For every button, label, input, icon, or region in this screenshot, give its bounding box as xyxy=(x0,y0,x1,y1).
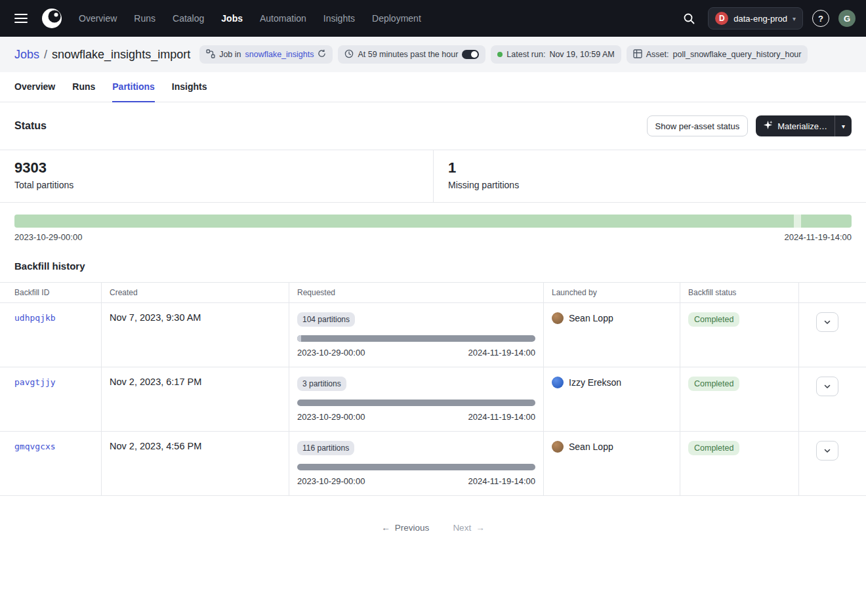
next-label: Next xyxy=(453,523,471,533)
row-actions-button[interactable] xyxy=(816,441,838,461)
page-title: snowflake_insights_import xyxy=(52,48,190,62)
backfill-id-link[interactable]: gmqvgcxs xyxy=(14,441,56,451)
created-cell: Nov 2, 2023, 4:56 PM xyxy=(102,432,289,495)
nav-item-runs[interactable]: Runs xyxy=(134,13,155,24)
materialize-button[interactable]: Materialize… xyxy=(756,115,835,136)
row-range-end: 2024-11-19-14:00 xyxy=(468,348,535,358)
requested-range-labels: 2023-10-29-00:00 2024-11-19-14:00 xyxy=(297,412,535,422)
latest-run-badge: Latest run: Nov 19, 10:59 AM xyxy=(491,45,621,64)
breadcrumb-separator: / xyxy=(44,48,47,62)
schedule-toggle[interactable] xyxy=(462,50,479,59)
row-actions-button[interactable] xyxy=(816,377,838,396)
schedule-badge: At 59 minutes past the hour xyxy=(338,45,485,64)
tab-partitions[interactable]: Partitions xyxy=(112,72,155,102)
col-created: Created xyxy=(102,283,289,302)
launched-by-name: Sean Lopp xyxy=(569,441,613,452)
hamburger-menu-icon[interactable] xyxy=(10,9,31,28)
materialize-split-button: Materialize… ▾ xyxy=(756,115,852,136)
tab-runs[interactable]: Runs xyxy=(72,72,95,102)
status-badge: Completed xyxy=(688,312,739,327)
partition-overview: 2023-10-29-00:00 2024-11-19-14:00 xyxy=(0,203,866,242)
requested-range-labels: 2023-10-29-00:00 2024-11-19-14:00 xyxy=(297,348,535,358)
launched-by-cell: Izzy Erekson xyxy=(552,377,672,388)
row-actions-button[interactable] xyxy=(816,312,838,332)
partition-range-labels: 2023-10-29-00:00 2024-11-19-14:00 xyxy=(14,232,852,242)
table-row: pavgtjjy Nov 2, 2023, 6:17 PM 3 partitio… xyxy=(0,367,866,432)
nav-item-jobs[interactable]: Jobs xyxy=(221,13,243,24)
nav-item-catalog[interactable]: Catalog xyxy=(173,13,204,24)
job-location-badge: Job in snowflake_insights xyxy=(199,45,333,64)
range-end-label: 2024-11-19-14:00 xyxy=(785,232,852,242)
requested-cell: 104 partitions 2023-10-29-00:00 2024-11-… xyxy=(289,303,544,367)
missing-partition-marker xyxy=(794,215,801,228)
breadcrumb-jobs-link[interactable]: Jobs xyxy=(14,48,39,62)
status-badge: Completed xyxy=(688,377,739,391)
created-cell: Nov 2, 2023, 6:17 PM xyxy=(102,367,289,431)
status-section-header: Status Show per-asset status Materialize… xyxy=(0,102,866,150)
previous-label: Previous xyxy=(395,523,430,533)
arrow-right-icon: → xyxy=(476,523,485,533)
chevron-down-icon xyxy=(823,318,831,326)
created-cell: Nov 7, 2023, 9:30 AM xyxy=(102,303,289,367)
nav-item-automation[interactable]: Automation xyxy=(260,13,306,24)
previous-page-button[interactable]: ← Previous xyxy=(375,517,436,538)
asset-grid-icon xyxy=(633,49,642,60)
next-page-button[interactable]: Next → xyxy=(446,517,491,538)
refresh-icon[interactable] xyxy=(318,49,326,60)
partition-count-chip[interactable]: 3 partitions xyxy=(297,377,346,391)
requested-range-bar xyxy=(297,400,535,406)
latest-run-link[interactable]: Nov 19, 10:59 AM xyxy=(549,50,614,59)
arrow-left-icon: ← xyxy=(381,523,390,533)
schedule-label: At 59 minutes past the hour xyxy=(358,50,458,59)
dagster-app: Overview Runs Catalog Jobs Automation In… xyxy=(0,0,866,538)
launched-by-avatar xyxy=(552,441,564,453)
header-badges: Job in snowflake_insights At 59 minutes … xyxy=(199,45,808,64)
status-badge: Completed xyxy=(688,441,739,455)
total-partitions-label: Total partitions xyxy=(14,180,419,190)
partition-count-chip[interactable]: 104 partitions xyxy=(297,312,355,327)
job-tabs: Overview Runs Partitions Insights xyxy=(0,72,866,102)
backfill-history-title: Backfill history xyxy=(0,242,866,282)
partition-stats: 9303 Total partitions 1 Missing partitio… xyxy=(0,150,866,203)
partition-count-chip[interactable]: 116 partitions xyxy=(297,441,354,455)
col-actions xyxy=(799,283,866,302)
toggle-knob xyxy=(471,51,478,58)
requested-range-labels: 2023-10-29-00:00 2024-11-19-14:00 xyxy=(297,476,535,486)
backfill-table: Backfill ID Created Requested Launched b… xyxy=(0,282,866,496)
range-start-label: 2023-10-29-00:00 xyxy=(14,232,82,242)
code-location-link[interactable]: snowflake_insights xyxy=(245,50,314,59)
row-range-start: 2023-10-29-00:00 xyxy=(297,412,365,422)
nav-item-deployment[interactable]: Deployment xyxy=(372,13,421,24)
tab-overview[interactable]: Overview xyxy=(14,72,55,102)
missing-partitions-stat: 1 Missing partitions xyxy=(433,150,866,202)
table-row: udhpqjkb Nov 7, 2023, 9:30 AM 104 partit… xyxy=(0,303,866,367)
backfill-id-link[interactable]: pavgtjjy xyxy=(14,377,56,387)
help-icon[interactable]: ? xyxy=(812,10,829,27)
deployment-name: data-eng-prod xyxy=(733,14,787,24)
nav-item-overview[interactable]: Overview xyxy=(79,13,117,24)
table-row: gmqvgcxs Nov 2, 2023, 4:56 PM 116 partit… xyxy=(0,432,866,496)
run-status-dot xyxy=(497,52,503,57)
nav-item-insights[interactable]: Insights xyxy=(323,13,355,24)
col-backfill-id: Backfill ID xyxy=(0,283,102,302)
requested-range-bar xyxy=(297,335,535,342)
row-range-end: 2024-11-19-14:00 xyxy=(468,412,535,422)
chevron-down-icon xyxy=(823,382,831,390)
user-avatar[interactable]: G xyxy=(838,10,856,27)
sparkle-icon xyxy=(763,120,773,132)
backfill-id-link[interactable]: udhpqjkb xyxy=(14,313,56,323)
tab-insights[interactable]: Insights xyxy=(172,72,207,102)
top-nav-bar: Overview Runs Catalog Jobs Automation In… xyxy=(0,0,866,37)
partition-health-bar[interactable] xyxy=(14,215,852,228)
dagster-logo[interactable] xyxy=(41,7,63,30)
deployment-switcher[interactable]: D data-eng-prod ▾ xyxy=(708,7,803,30)
status-title: Status xyxy=(14,120,47,132)
launched-by-name: Sean Lopp xyxy=(569,313,613,323)
asset-badge: Asset: poll_snowflake_query_history_hour xyxy=(627,45,808,64)
asset-link[interactable]: poll_snowflake_query_history_hour xyxy=(673,50,802,59)
requested-cell: 3 partitions 2023-10-29-00:00 2024-11-19… xyxy=(289,367,544,431)
job-graph-icon xyxy=(206,49,215,60)
materialize-dropdown-caret[interactable]: ▾ xyxy=(835,115,852,136)
search-icon[interactable] xyxy=(679,9,699,28)
show-per-asset-status-button[interactable]: Show per-asset status xyxy=(647,115,749,136)
